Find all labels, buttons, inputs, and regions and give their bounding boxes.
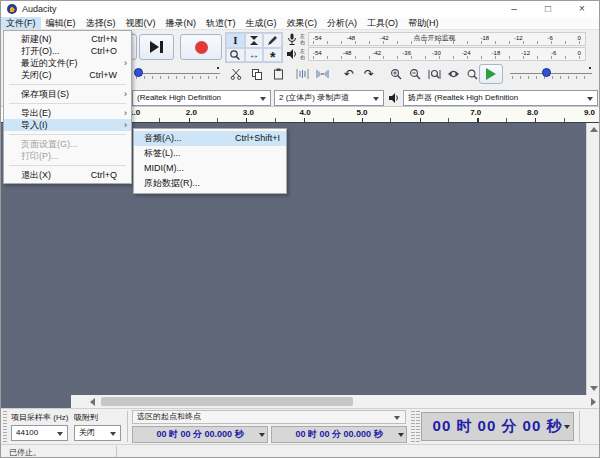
menu-item-exit[interactable]: 退出(X) Ctrl+Q [4, 169, 131, 181]
snap-to-select[interactable]: 关闭 [74, 425, 121, 441]
arrow-right-icon [591, 398, 596, 406]
menu-generate[interactable]: 生成(G) [241, 17, 282, 29]
menu-item-new[interactable]: 新建(N) Ctrl+N [4, 33, 131, 45]
menu-item-save-project[interactable]: 保存项目(S) › [4, 88, 131, 100]
menu-view[interactable]: 视图(V) [121, 17, 161, 29]
paste-button[interactable] [268, 64, 288, 84]
menu-analyze[interactable]: 分析(A) [322, 17, 362, 29]
recording-device-select[interactable]: (Realtek High Definition [132, 90, 271, 106]
copy-button[interactable] [247, 64, 267, 84]
silence-audio-button[interactable] [312, 64, 332, 84]
submenu-item-midi[interactable]: MIDI(M)... [134, 161, 286, 176]
slider-thumb[interactable] [134, 68, 143, 77]
redo-button[interactable]: ↷ [359, 64, 379, 84]
scale-tick: -30 [432, 50, 441, 56]
timeshift-tool-button[interactable]: ↔ [245, 48, 264, 63]
window-controls: – □ × [497, 1, 599, 17]
menu-item-open[interactable]: 打开(O)... Ctrl+O [4, 45, 131, 57]
toolbar-grip[interactable] [411, 411, 415, 443]
selection-tool-button[interactable]: I [226, 33, 245, 48]
menu-file[interactable]: 文件(F) [1, 17, 41, 29]
rec-meter-right-label: 右 [300, 39, 305, 45]
menu-effect[interactable]: 效果(C) [282, 17, 323, 29]
zoom-in-button[interactable] [386, 64, 406, 84]
microphone-icon [287, 33, 297, 46]
trim-audio-button[interactable] [292, 64, 312, 84]
slider-ticks [136, 76, 218, 79]
recording-meter[interactable]: -54 -48 -42 点击开始监视 -18 -12 -6 0 [308, 32, 586, 46]
dropdown-arrow-icon[interactable] [564, 425, 570, 429]
play-speed-slider[interactable] [507, 63, 595, 85]
zoom-toggle-icon [466, 68, 479, 81]
status-message: 已停止。 [9, 447, 41, 458]
menu-item-close[interactable]: 关闭(C) Ctrl+W [4, 69, 131, 81]
selection-end-field[interactable]: 00 时 00 分 00.000 秒 [271, 426, 407, 443]
recording-volume-slider[interactable] [131, 63, 223, 85]
cut-button[interactable] [226, 64, 246, 84]
minimize-button[interactable]: – [497, 1, 531, 17]
multi-tool-button[interactable]: * [263, 48, 282, 63]
playback-device-select[interactable]: 扬声器 (Realtek High Definition [403, 90, 598, 106]
meter-tickmarks [313, 41, 581, 44]
scrollbar-thumb[interactable] [101, 397, 353, 406]
recording-meter-mic[interactable] [287, 33, 297, 46]
menu-tracks[interactable]: 轨道(T) [201, 17, 241, 29]
menu-item-label: 音频(A)... [144, 133, 182, 143]
submenu-arrow-icon: › [124, 119, 127, 131]
menu-select[interactable]: 选择(S) [81, 17, 121, 29]
submenu-arrow-icon: › [124, 107, 127, 119]
record-button[interactable] [180, 34, 222, 60]
menu-item-label: 退出(X) [21, 170, 51, 180]
trim-icon [296, 68, 309, 80]
fit-selection-button[interactable] [424, 64, 444, 84]
scroll-left-button[interactable] [85, 395, 99, 408]
slider-thumb[interactable] [542, 68, 551, 77]
submenu-item-audio[interactable]: 音频(A)... Ctrl+Shift+I [134, 131, 286, 146]
menu-transport[interactable]: 播录(N) [161, 17, 202, 29]
draw-tool-button[interactable] [263, 33, 282, 48]
toolbar-grip[interactable] [3, 411, 7, 443]
zoom-tool-button[interactable] [226, 48, 245, 63]
scroll-up-button[interactable] [587, 123, 600, 136]
multi-tool-icon: * [270, 49, 275, 60]
selection-start-field[interactable]: 00 时 00 分 00.000 秒 [132, 426, 268, 443]
menu-edit[interactable]: 编辑(E) [41, 17, 81, 29]
audio-position-display[interactable]: 00 时 00 分 00 秒 [421, 412, 574, 441]
envelope-tool-button[interactable] [245, 33, 264, 48]
vertical-scrollbar[interactable] [586, 123, 600, 395]
fit-selection-icon [428, 68, 441, 81]
playback-meter[interactable]: -54 -48 -42 -36 -30 -24 -18 -12 -6 0 [308, 47, 586, 61]
menu-item-label: 关闭(C) [21, 70, 52, 80]
close-button[interactable]: × [565, 1, 599, 17]
zoom-out-button[interactable] [405, 64, 425, 84]
menu-item-export[interactable]: 导出(E) › [4, 107, 131, 119]
scroll-down-button[interactable] [587, 382, 600, 395]
submenu-item-raw-data[interactable]: 原始数据(R)... [134, 176, 286, 191]
project-rate-select[interactable]: 44100 [11, 425, 68, 441]
menu-item-label: MIDI(M)... [144, 163, 184, 173]
menu-item-recent-files[interactable]: 最近的文件(F) › [4, 57, 131, 69]
undo-button[interactable]: ↶ [339, 64, 359, 84]
selection-mode-select[interactable]: 选区的起点和终点 [132, 410, 406, 424]
menu-item-import[interactable]: 导入(I) › [4, 119, 131, 131]
menu-item-label: 最近的文件(F) [21, 58, 78, 68]
submenu-item-labels[interactable]: 标签(L)... [134, 146, 286, 161]
recording-channels-select[interactable]: 2 (立体声) 录制声道 [274, 90, 384, 106]
scale-tick: -54 [313, 50, 322, 56]
dropdown-arrow-icon[interactable] [259, 433, 265, 437]
play-at-speed-button[interactable] [479, 64, 503, 84]
menu-separator [9, 134, 126, 135]
skip-end-button[interactable] [139, 34, 174, 60]
fit-project-button[interactable] [443, 64, 463, 84]
toolbar-grip[interactable] [416, 411, 420, 443]
menu-tools[interactable]: 工具(O) [362, 17, 403, 29]
maximize-button[interactable]: □ [531, 1, 565, 17]
scroll-right-button[interactable] [586, 395, 600, 408]
menu-help[interactable]: 帮助(H) [403, 17, 444, 29]
ruler-tickmarks [131, 118, 593, 122]
zoom-out-icon [409, 68, 422, 81]
dropdown-arrow-icon[interactable] [398, 433, 404, 437]
playback-meter-speaker[interactable] [286, 48, 298, 60]
horizontal-scrollbar[interactable] [71, 395, 600, 408]
undo-icon: ↶ [344, 67, 354, 81]
